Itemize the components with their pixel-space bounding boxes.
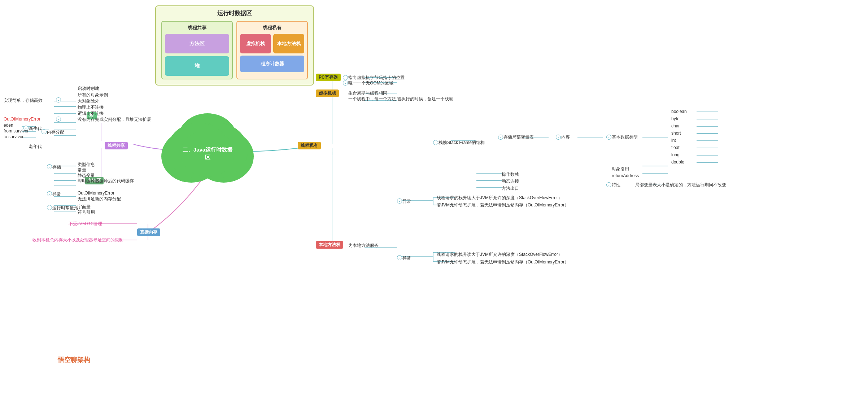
obj-ref: 对象引用 <box>612 166 629 172</box>
content-label: 内容 <box>561 134 570 140</box>
heap-simple: 实现简单，存储高效 <box>4 97 43 104</box>
symbol-ref: 符号引用 <box>78 209 95 215</box>
heap-phys: 物理上不连接 <box>78 104 104 110</box>
local-method-rect: 本地方法栈 <box>273 34 304 53</box>
vs-item1: 生命周期与线程相同 <box>348 90 387 96</box>
heap-rect: 堆 <box>165 56 229 76</box>
heap-simple-minus[interactable]: - <box>56 97 61 102</box>
mem-alloc: 内存分配 <box>47 129 64 135</box>
feature-label: 特性 <box>612 182 620 188</box>
local-var: 存储局部变量表 <box>503 134 534 140</box>
runtime-area-diagram: 运行时数据区 线程共享 方法区 堆 线程私有 虚拟机栈 本地方法栈 程序计数器 <box>155 5 314 86</box>
central-node: 二、Java运行时数据区 <box>177 126 238 180</box>
lms-exc2: 若JVM允许动态扩展，若无法申请到足够内存（OutOfMemoryError） <box>437 259 569 265</box>
sf-minus[interactable]: - <box>433 140 438 145</box>
basic-types-label: 基本数据类型 <box>612 134 638 140</box>
bt-int: int <box>671 138 676 143</box>
return-addr: returnAddress <box>612 173 639 178</box>
heap-oom: 大对象除外 <box>78 98 99 104</box>
local-method-stack-label: 本地方法栈 <box>316 241 343 249</box>
bt-short: short <box>671 131 681 136</box>
to-survivor: to survivor <box>4 134 23 139</box>
bt-float: float <box>671 145 680 150</box>
bt-byte: byte <box>671 116 680 121</box>
program-counter-rect: 程序计数器 <box>240 56 304 72</box>
sf-label: 栈帧Stack Frame的结构 <box>439 140 485 146</box>
pc-minus1[interactable]: - <box>343 75 348 80</box>
heap-oom-error: OutOfMemoryError <box>4 117 40 122</box>
mem-limit: 收到本机总内存大小以及处理器寻址空间的限制 <box>32 237 123 243</box>
mem-alloc-minus[interactable]: - <box>42 129 47 134</box>
heap-item-2: 所有的对象示例 <box>78 92 108 98</box>
store-minus[interactable]: - <box>47 164 52 169</box>
bt-long: long <box>671 152 680 157</box>
content-minus[interactable]: - <box>556 135 561 140</box>
store: 存储 <box>52 164 61 170</box>
lms-exc-minus[interactable]: - <box>397 255 402 260</box>
pc-minus2[interactable]: - <box>343 80 348 86</box>
shared-branch-label: 线程共享 <box>105 142 128 149</box>
from-survivor: from survivor <box>4 128 29 134</box>
method-exit: 方法出口 <box>502 185 519 192</box>
heap-logic: 逻辑上不连接 <box>78 110 104 117</box>
feature-desc: 局部变量表大小是确定的，方法运行期间不改变 <box>635 182 726 188</box>
heap-nomem: 没有内存完成实例分配，且堆无法扩展 <box>78 117 151 123</box>
central-node-text: 二、Java运行时数据区 <box>180 146 235 161</box>
oom-method: OutOfMemoryError <box>78 191 114 196</box>
runtime-title: 运行时数据区 <box>161 10 308 17</box>
feature-minus[interactable]: - <box>606 182 611 187</box>
nomem-method: 无法满足新的内存分配 <box>78 196 121 202</box>
lms-exc1: 线程请求的栈升读大于JVM所允许的深度（StackOverFlowError） <box>437 252 562 258</box>
private-title: 线程私有 <box>240 25 304 31</box>
method-exc-minus[interactable]: - <box>47 191 52 196</box>
eden: eden <box>4 123 13 128</box>
basic-types-minus[interactable]: - <box>606 135 611 140</box>
runtime-pool-minus[interactable]: - <box>47 205 52 210</box>
bt-boolean: boolean <box>671 109 687 114</box>
no-gc: 不受JVM GC管理 <box>69 221 102 227</box>
virtual-stack-rect: 虚拟机栈 <box>240 34 271 53</box>
new-gen: 新生代 <box>29 126 42 132</box>
operand-stack: 操作数栈 <box>502 171 519 178</box>
vs-exc2: 若JVM允许动态扩展，若无法申请到足够内存（OutOfMemoryError） <box>437 202 569 208</box>
lms-exc-label: 异常 <box>402 255 411 261</box>
bt-double: double <box>671 160 684 165</box>
watermark: 悟空聊架构 <box>58 355 90 364</box>
runtime-pool: 运行时常量池 <box>52 205 78 211</box>
local-var-minus[interactable]: - <box>498 135 503 140</box>
connection-lines <box>0 0 868 393</box>
pc-label: PC寄存器 <box>316 74 341 81</box>
old-gen: 老年代 <box>29 144 42 150</box>
pc-item2: 唯一一个无OOM的区域 <box>348 80 393 86</box>
heap-item-1: 启动时创建 <box>78 86 99 92</box>
shared-title: 线程共享 <box>165 25 229 31</box>
dynamic-link: 动态连接 <box>502 178 519 184</box>
virtual-stack-label: 虚拟机栈 <box>316 89 339 97</box>
jit-code: 即时编译器编译后的代码缓存 <box>78 178 134 184</box>
shared-section: 线程共享 方法区 堆 <box>161 21 233 79</box>
heap-oom-minus[interactable]: - <box>56 117 61 122</box>
method-area-rect: 方法区 <box>165 34 229 53</box>
vs-exc-label: 异常 <box>402 198 411 205</box>
lms-desc: 为本地方法服务 <box>348 243 379 249</box>
private-branch-label: 线程私有 <box>298 142 321 149</box>
vs-item2: 一个线程中，每一个方法 被执行的时候，创建一个栈帧 <box>348 96 453 102</box>
vs-exc-minus[interactable]: - <box>397 198 402 204</box>
bt-char: char <box>671 123 680 128</box>
method-exc: 异常 <box>52 191 61 197</box>
vs-exc1: 线程请求的栈升读大于JVM所允许的深度（StackOverFlowError） <box>437 195 562 201</box>
direct-memory-label: 直接内存 <box>137 228 160 236</box>
private-section: 线程私有 虚拟机栈 本地方法栈 程序计数器 <box>236 21 308 79</box>
